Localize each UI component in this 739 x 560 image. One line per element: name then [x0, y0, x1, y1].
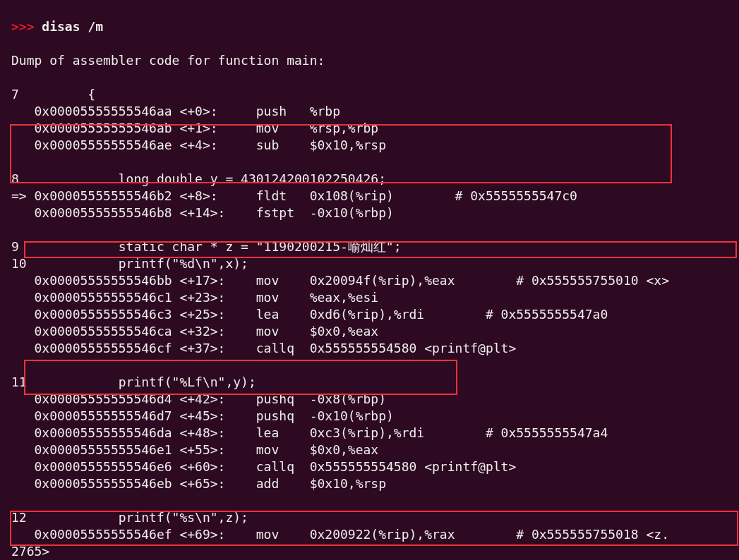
- disassembly-line: 0x00005555555546c3 <+25>: lea 0xd6(%rip)…: [11, 306, 736, 323]
- disassembly-line: [11, 357, 736, 374]
- disassembly-line: 0x00005555555546e1 <+55>: mov $0x0,%eax: [11, 442, 736, 458]
- command-text: disas /m: [42, 19, 103, 34]
- disassembly-line: 12 printf("%s\n",z);: [11, 509, 736, 526]
- disassembly-line: 0x00005555555546cf <+37>: callq 0x555555…: [11, 340, 736, 357]
- disassembly-line: 0x00005555555546eb <+65>: add $0x10,%rsp: [11, 475, 736, 492]
- disassembly-line: 2765>: [11, 543, 736, 560]
- disassembly-line: => 0x00005555555546b2 <+8>: fldt 0x108(%…: [11, 188, 736, 205]
- disassembly-line: 11 printf("%Lf\n",y);: [11, 374, 736, 391]
- disassembly-line: 0x00005555555546ef <+69>: mov 0x200922(%…: [11, 526, 736, 543]
- disassembly-line: 0x00005555555546da <+48>: lea 0xc3(%rip)…: [11, 425, 736, 442]
- disassembly-line: 0x00005555555546bb <+17>: mov 0x20094f(%…: [11, 272, 736, 289]
- disassembly-line: 0x00005555555546d4 <+42>: pushq -0x8(%rb…: [11, 391, 736, 408]
- disassembly-line: 0x00005555555546aa <+0>: push %rbp: [11, 103, 736, 120]
- disassembly-line: [11, 492, 736, 509]
- disassembly-line: 7 {: [11, 86, 736, 103]
- terminal-output[interactable]: >>> disas /m Dump of assembler code for …: [0, 0, 739, 560]
- disassembly-line: [11, 154, 736, 171]
- prompt: >>>: [11, 19, 42, 34]
- dump-header: Dump of assembler code for function main…: [11, 52, 736, 69]
- disassembly-line: 0x00005555555546d7 <+45>: pushq -0x10(%r…: [11, 408, 736, 425]
- disassembly-line: 0x00005555555546e6 <+60>: callq 0x555555…: [11, 458, 736, 475]
- disassembly-line: 0x00005555555546ab <+1>: mov %rsp,%rbp: [11, 120, 736, 137]
- command-line: >>> disas /m: [11, 18, 736, 35]
- disassembly-line: 9 static char * z = "1190200215-喻灿红";: [11, 238, 736, 255]
- disassembly-line: 10 printf("%d\n",x);: [11, 255, 736, 272]
- disassembly-line: 8 long double y = 430124200102250426;: [11, 171, 736, 188]
- disassembly-line: 0x00005555555546b8 <+14>: fstpt -0x10(%r…: [11, 205, 736, 221]
- disassembly-line: 0x00005555555546ca <+32>: mov $0x0,%eax: [11, 323, 736, 340]
- disassembly-line: [11, 221, 736, 238]
- disassembly-line: 0x00005555555546c1 <+23>: mov %eax,%esi: [11, 289, 736, 306]
- disassembly-line: 0x00005555555546ae <+4>: sub $0x10,%rsp: [11, 137, 736, 154]
